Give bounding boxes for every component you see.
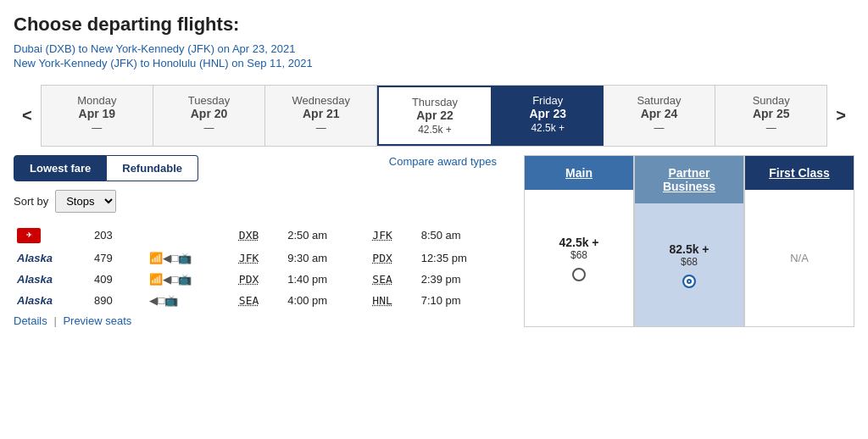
fare-price: 82.5k + <box>669 242 709 256</box>
airline-cell: Alaska <box>14 269 91 290</box>
flights-table: ✈ 203 DXB 2:50 am JFK 8:50 am Alaska 479… <box>14 223 514 311</box>
details-link[interactable]: Details <box>14 314 47 327</box>
flight-icons: 📶◀□📺 <box>146 269 235 290</box>
separator: | <box>53 314 56 327</box>
flight-icons: 📶◀□📺 <box>146 247 235 269</box>
dest-iata: JFK <box>369 223 417 247</box>
airline-cell: Alaska <box>14 290 91 311</box>
preview-seats-link[interactable]: Preview seats <box>63 314 131 327</box>
calendar-day[interactable]: Friday Apr 23 42.5k + <box>492 86 604 146</box>
airline-cell: Alaska <box>14 247 91 269</box>
details-row: Details | Preview seats <box>14 314 514 327</box>
calendar-next-button[interactable]: > <box>827 106 854 125</box>
day-date: Apr 20 <box>159 107 259 120</box>
wifi-icon: 📶 <box>149 252 163 264</box>
flight-number: 890 <box>91 290 147 311</box>
calendar-day[interactable]: Sunday Apr 25 — <box>715 86 826 146</box>
seat-icon: ◀□ <box>149 294 164 307</box>
page-title: Choose departing flights: <box>14 14 854 36</box>
day-price: — <box>609 122 709 134</box>
alaska-logo: Alaska <box>17 273 53 286</box>
day-date: Apr 25 <box>721 107 821 120</box>
route-link-1[interactable]: Dubai (DXB) to New York-Kennedy (JFK) on… <box>14 42 854 55</box>
origin-iata: DXB <box>236 223 284 247</box>
origin-iata: PDX <box>236 269 284 290</box>
table-row: Alaska 479 📶◀□📺 JFK 9:30 am PDX 12:35 pm <box>14 247 514 269</box>
refundable-button[interactable]: Refundable <box>107 155 198 181</box>
day-name: Monday <box>47 94 147 107</box>
page-container: Choose departing flights: Dubai (DXB) to… <box>14 14 854 327</box>
flight-icons: ◀□📺 <box>146 290 235 311</box>
fare-col-first-class: First ClassN/A <box>744 155 854 327</box>
fare-col-partner-business: Partner Business 82.5k + $68 <box>634 155 744 327</box>
emirates-logo: ✈ <box>17 228 41 243</box>
tv-icon: 📺 <box>164 294 178 307</box>
table-row: Alaska 890 ◀□📺 SEA 4:00 pm HNL 7:10 pm <box>14 290 514 311</box>
flight-number: 409 <box>91 269 147 290</box>
depart-time: 2:50 am <box>284 223 369 247</box>
day-name: Tuesday <box>159 94 259 107</box>
na-label: N/A <box>790 252 809 264</box>
day-name: Thursday <box>384 96 485 108</box>
dest-iata: HNL <box>369 290 417 311</box>
day-name: Saturday <box>609 94 709 107</box>
arrive-time: 12:35 pm <box>418 247 514 269</box>
main-content: Lowest fare Refundable Sort by Stops Com… <box>14 155 854 327</box>
day-name: Sunday <box>721 94 821 107</box>
calendar-day[interactable]: Thursday Apr 22 42.5k + <box>377 86 492 146</box>
right-panel: Main 42.5k + $68 Partner Business 82.5k … <box>524 155 854 327</box>
calendar-day[interactable]: Tuesday Apr 20 — <box>153 86 265 146</box>
fare-sub: $68 <box>681 256 698 268</box>
fare-radio[interactable] <box>682 275 696 288</box>
day-price: — <box>721 122 821 134</box>
tv-icon: 📺 <box>178 252 192 264</box>
day-date: Apr 24 <box>609 107 709 120</box>
route-link-2[interactable]: New York-Kennedy (JFK) to Honolulu (HNL)… <box>14 57 854 69</box>
fare-price: 42.5k + <box>559 236 598 249</box>
calendar-day[interactable]: Monday Apr 19 — <box>42 86 153 146</box>
calendar-days: Monday Apr 19 — Tuesday Apr 20 — Wednesd… <box>41 85 828 147</box>
fare-col-header-partner-business[interactable]: Partner Business <box>635 156 743 203</box>
compare-award-types-link[interactable]: Compare award types <box>389 155 514 168</box>
calendar-section: < Monday Apr 19 — Tuesday Apr 20 — Wedne… <box>14 85 854 147</box>
fare-col-main: Main 42.5k + $68 <box>524 155 634 327</box>
day-price: — <box>159 122 259 134</box>
fare-radio[interactable] <box>572 268 586 281</box>
day-date: Apr 23 <box>498 107 598 120</box>
wifi-icon: 📶 <box>149 273 163 286</box>
day-price: — <box>270 122 371 134</box>
day-price: 42.5k + <box>384 124 485 136</box>
fare-col-header-main[interactable]: Main <box>525 156 633 190</box>
day-price: — <box>47 122 147 134</box>
seat-icon: ◀□ <box>163 273 178 286</box>
fare-col-body-first-class: N/A <box>745 190 854 326</box>
day-price: 42.5k + <box>498 122 598 134</box>
table-row: Alaska 409 📶◀□📺 PDX 1:40 pm SEA 2:39 pm <box>14 269 514 290</box>
fare-col-header-first-class[interactable]: First Class <box>745 156 854 190</box>
fare-col-body-main: 42.5k + $68 <box>525 190 633 326</box>
lowest-fare-button[interactable]: Lowest fare <box>14 155 107 181</box>
day-name: Friday <box>498 94 598 107</box>
fare-sub: $68 <box>570 249 587 261</box>
alaska-logo: Alaska <box>17 252 53 264</box>
fare-col-body-partner-business: 82.5k + $68 <box>635 203 743 326</box>
alaska-logo: Alaska <box>17 294 53 307</box>
origin-iata: JFK <box>236 247 284 269</box>
day-date: Apr 21 <box>270 107 371 120</box>
day-date: Apr 22 <box>384 108 485 122</box>
sort-label: Sort by <box>14 195 48 208</box>
fare-toggle: Lowest fare Refundable Sort by Stops <box>14 155 198 223</box>
sort-row: Sort by Stops <box>14 190 198 213</box>
calendar-prev-button[interactable]: < <box>14 106 41 125</box>
dest-iata: SEA <box>369 269 417 290</box>
calendar-day[interactable]: Saturday Apr 24 — <box>604 86 715 146</box>
left-panel: Lowest fare Refundable Sort by Stops Com… <box>14 155 514 327</box>
depart-time: 4:00 pm <box>284 290 369 311</box>
airline-cell: ✈ <box>14 223 91 247</box>
seat-icon: ◀□ <box>163 252 178 264</box>
sort-select[interactable]: Stops <box>55 190 116 213</box>
table-row: ✈ 203 DXB 2:50 am JFK 8:50 am <box>14 223 514 247</box>
calendar-day[interactable]: Wednesday Apr 21 — <box>265 86 377 146</box>
dest-iata: PDX <box>369 247 417 269</box>
flight-icons <box>146 223 235 247</box>
